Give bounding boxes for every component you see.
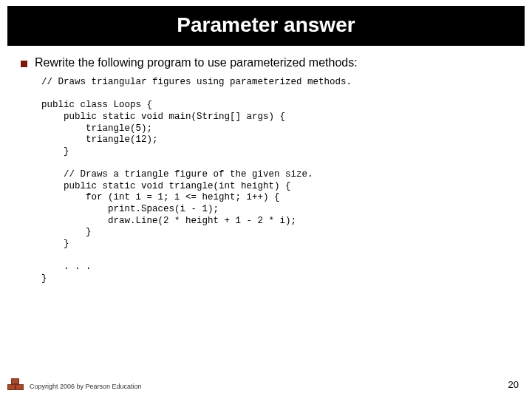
slide-title: Parameter answer xyxy=(7,6,525,46)
code-block: // Draws triangular figures using parame… xyxy=(41,77,511,284)
footer-left: Copyright 2006 by Pearson Education xyxy=(7,377,142,390)
bullet-icon xyxy=(21,61,27,67)
bricks-icon xyxy=(7,377,24,390)
prompt-text: Rewrite the following program to use par… xyxy=(35,56,358,69)
page-number: 20 xyxy=(508,379,519,390)
copyright-text: Copyright 2006 by Pearson Education xyxy=(30,383,142,390)
bullet-item: Rewrite the following program to use par… xyxy=(21,56,511,69)
slide-body: Rewrite the following program to use par… xyxy=(0,46,532,284)
footer: Copyright 2006 by Pearson Education 20 xyxy=(0,377,532,390)
